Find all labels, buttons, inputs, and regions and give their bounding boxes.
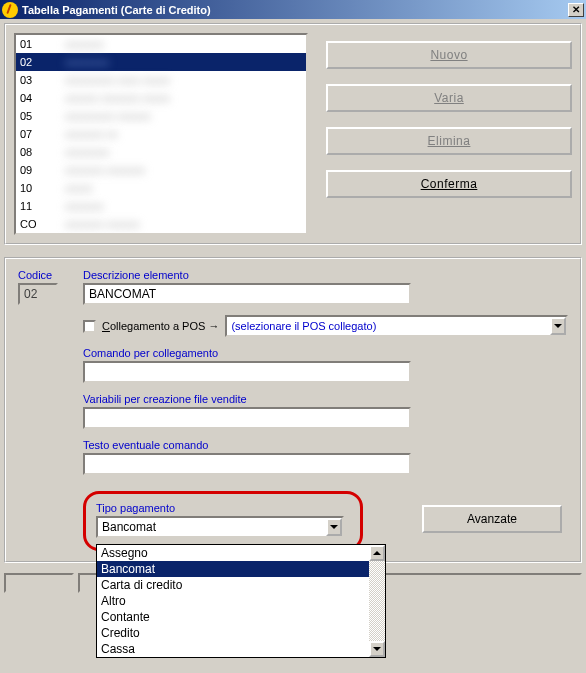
codice-label: Codice	[18, 269, 73, 281]
list-item[interactable]: 02xxxxxxxx	[16, 53, 306, 71]
list-item-code: 01	[20, 38, 65, 50]
tipo-option[interactable]: Credito	[97, 625, 369, 641]
list-item-desc: xxxxxxx	[65, 200, 104, 212]
scroll-down-icon[interactable]	[369, 641, 385, 657]
list-item-desc: xxxxxxxx	[65, 56, 109, 68]
list-item-code: 04	[20, 92, 65, 104]
list-item-code: 02	[20, 56, 65, 68]
variabili-label: Variabili per creazione file vendite	[83, 393, 568, 405]
scroll-up-icon[interactable]	[369, 545, 385, 561]
list-item[interactable]: 03xxxxxxxxx xxxx xxxxx	[16, 71, 306, 89]
list-item[interactable]: 04xxxxxx xxxxxxx xxxxx	[16, 89, 306, 107]
pos-select-value: (selezionare il POS collegato)	[231, 320, 376, 332]
tipo-scrollbar[interactable]	[369, 545, 385, 657]
tipo-select[interactable]: Bancomat	[96, 516, 344, 538]
varia-button[interactable]: Varia	[326, 84, 572, 112]
tipo-option[interactable]: Carta di credito	[97, 577, 369, 593]
tipo-select-value: Bancomat	[102, 520, 156, 534]
testo-label: Testo eventuale comando	[83, 439, 568, 451]
testo-input[interactable]	[83, 453, 411, 475]
tipo-option[interactable]: Bancomat	[97, 561, 369, 577]
list-item[interactable]: 08xxxxxxxx	[16, 143, 306, 161]
list-item-code: 08	[20, 146, 65, 158]
descrizione-input[interactable]	[83, 283, 411, 305]
conferma-button[interactable]: Conferma	[326, 170, 572, 198]
codice-input	[18, 283, 58, 305]
comando-label: Comando per collegamento	[83, 347, 568, 359]
app-icon	[2, 2, 18, 18]
content-area: 01xxxxxxx02xxxxxxxx03xxxxxxxxx xxxx xxxx…	[0, 19, 586, 673]
list-item-desc: xxxxxxx xx	[65, 128, 118, 140]
descrizione-label: Descrizione elemento	[83, 269, 568, 281]
close-button[interactable]: ✕	[568, 3, 584, 17]
list-item-desc: xxxxxxxxx xxxxxx	[65, 110, 151, 122]
list-item-desc: xxxxxxx xxxxxx	[65, 218, 140, 230]
tipo-option[interactable]: Contante	[97, 609, 369, 625]
tipo-pagamento-section: Tipo pagamento Bancomat AssegnoBancomatC…	[83, 491, 363, 551]
list-item[interactable]: 09xxxxxxx xxxxxxx	[16, 161, 306, 179]
list-item[interactable]: 01xxxxxxx	[16, 35, 306, 53]
action-buttons-column: Nuovo Varia Elimina Conferma	[326, 33, 572, 235]
chevron-down-icon	[550, 317, 566, 335]
scroll-track[interactable]	[369, 561, 385, 641]
pos-select[interactable]: (selezionare il POS collegato)	[225, 315, 568, 337]
list-item-desc: xxxxxxx	[65, 38, 104, 50]
list-item[interactable]: 05xxxxxxxxx xxxxxx	[16, 107, 306, 125]
list-item-code: 10	[20, 182, 65, 194]
list-item-code: 05	[20, 110, 65, 122]
list-item-code: 09	[20, 164, 65, 176]
tipo-dropdown[interactable]: AssegnoBancomatCarta di creditoAltroCont…	[96, 544, 386, 658]
list-item-desc: xxxxxx xxxxxxx xxxxx	[65, 92, 170, 104]
tipo-option[interactable]: Assegno	[97, 545, 369, 561]
list-item[interactable]: COxxxxxxx xxxxxx	[16, 215, 306, 233]
list-item[interactable]: 11xxxxxxx	[16, 197, 306, 215]
list-item[interactable]: 07xxxxxxx xx	[16, 125, 306, 143]
comando-input[interactable]	[83, 361, 411, 383]
chevron-down-icon	[326, 518, 342, 536]
list-item-code: 11	[20, 200, 65, 212]
elimina-button[interactable]: Elimina	[326, 127, 572, 155]
top-panel: 01xxxxxxx02xxxxxxxx03xxxxxxxxx xxxx xxxx…	[4, 23, 582, 245]
list-item-desc: xxxxxxx xxxxxxx	[65, 164, 145, 176]
list-item-desc: xxxxx	[65, 182, 93, 194]
variabili-input[interactable]	[83, 407, 411, 429]
window-title: Tabella Pagamenti (Carte di Credito)	[22, 4, 211, 16]
nuovo-button[interactable]: Nuovo	[326, 41, 572, 69]
list-item-code: CO	[20, 218, 65, 230]
avanzate-button[interactable]: Avanzate	[422, 505, 562, 533]
status-cell-1	[4, 573, 74, 593]
list-item-desc: xxxxxxxxx xxxx xxxxx	[65, 74, 170, 86]
tipo-option[interactable]: Cassa	[97, 641, 369, 657]
list-item-code: 07	[20, 128, 65, 140]
collegamento-pos-checkbox[interactable]	[83, 320, 96, 333]
list-item-desc: xxxxxxxx	[65, 146, 109, 158]
collegamento-pos-label: Collegamento a POS →	[102, 320, 219, 332]
detail-panel: Codice Descrizione elemento Collegamento…	[4, 257, 582, 563]
list-item[interactable]: 10xxxxx	[16, 179, 306, 197]
payments-listbox[interactable]: 01xxxxxxx02xxxxxxxx03xxxxxxxxx xxxx xxxx…	[14, 33, 308, 235]
tipo-label: Tipo pagamento	[96, 502, 350, 514]
list-item-code: 03	[20, 74, 65, 86]
tipo-option[interactable]: Altro	[97, 593, 369, 609]
window-titlebar: Tabella Pagamenti (Carte di Credito) ✕	[0, 0, 586, 19]
